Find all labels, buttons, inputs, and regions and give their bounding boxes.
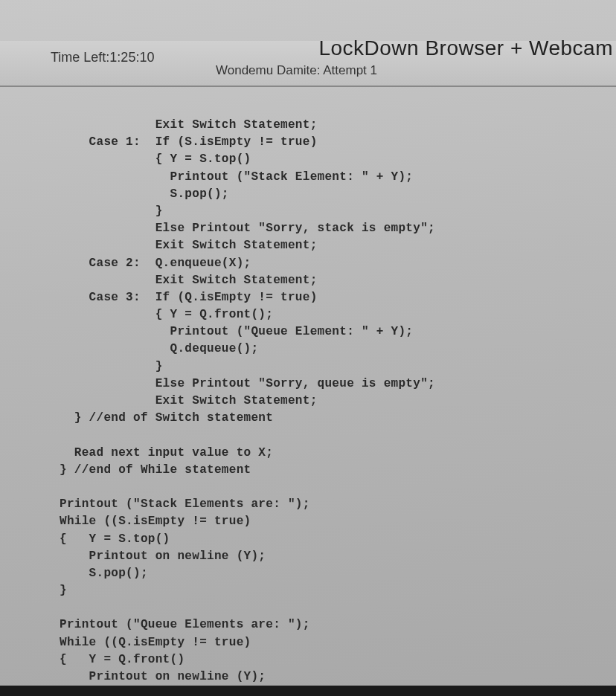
bottom-bar [0, 686, 616, 696]
screen: LockDown Browser + Webcam Time Left:1:25… [0, 0, 616, 696]
browser-title: LockDown Browser + Webcam [318, 36, 613, 60]
time-left-value: 1:25:10 [109, 50, 154, 65]
time-left-label: Time Left: [51, 50, 109, 65]
attempt-line: Wondemu Damite: Attempt 1 [216, 63, 377, 78]
header-bar: LockDown Browser + Webcam Time Left:1:25… [0, 41, 616, 87]
time-left: Time Left:1:25:10 [51, 50, 154, 65]
code-block: Exit Switch Statement; Case 1: If (S.isE… [0, 87, 616, 696]
